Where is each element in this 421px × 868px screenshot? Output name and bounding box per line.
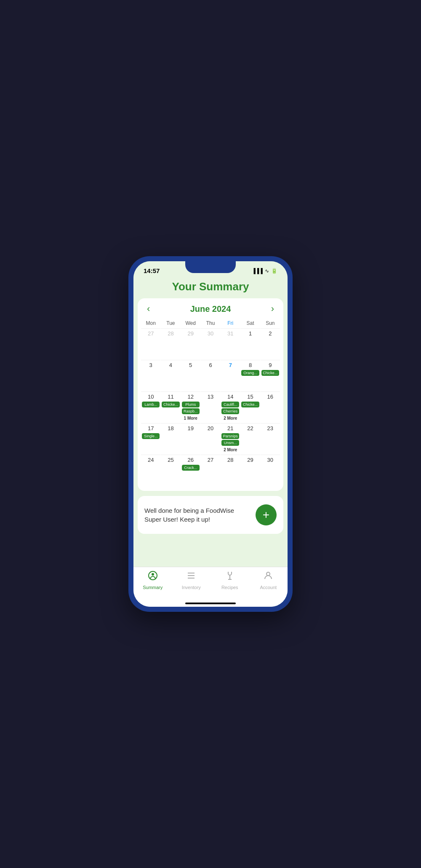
recipes-icon bbox=[225, 571, 235, 583]
cal-cell-28-may[interactable]: 28 bbox=[161, 328, 180, 359]
tag-15-chicke: Chicke... bbox=[241, 402, 259, 407]
calendar-card: ‹ June 2024 › Mon Tue Wed Thu Fri Sat Su… bbox=[138, 298, 283, 491]
day-header-wed: Wed bbox=[181, 319, 200, 328]
inventory-icon bbox=[186, 571, 196, 583]
tab-bar: Summary Inventory bbox=[133, 567, 288, 597]
cal-cell-27-jun[interactable]: 27 bbox=[201, 455, 220, 486]
tag-8-orang: Orang... bbox=[241, 370, 259, 376]
calendar-month-year: June 2024 bbox=[190, 304, 231, 314]
summary-icon bbox=[148, 571, 158, 583]
battery-icon: 🔋 bbox=[271, 268, 277, 274]
tab-account[interactable]: Account bbox=[249, 571, 288, 590]
cal-cell-9-jun[interactable]: 9 Chicke... bbox=[261, 360, 280, 391]
cal-cell-23-jun[interactable]: 23 bbox=[261, 423, 280, 454]
account-icon bbox=[263, 571, 273, 583]
svg-point-1 bbox=[152, 573, 154, 576]
cal-cell-12-jun[interactable]: 12 Plums Raspb... 1 More bbox=[181, 391, 200, 423]
cal-cell-30-may[interactable]: 30 bbox=[201, 328, 220, 359]
status-icons: ▐▐▐ ∿ 🔋 bbox=[252, 268, 277, 274]
tag-12-raspb: Raspb... bbox=[182, 408, 200, 414]
cal-cell-13-jun[interactable]: 13 bbox=[201, 391, 220, 423]
cal-cell-18-jun[interactable]: 18 bbox=[161, 423, 180, 454]
cal-cell-22-jun[interactable]: 22 bbox=[240, 423, 260, 454]
calendar-grid: Mon Tue Wed Thu Fri Sat Sun 27 28 29 30 … bbox=[141, 319, 280, 486]
page-title: Your Summary bbox=[133, 277, 288, 298]
cal-cell-14-jun[interactable]: 14 Caulifl... Cherries 2 More bbox=[221, 391, 240, 423]
cal-cell-5-jun[interactable]: 5 bbox=[181, 360, 200, 391]
cal-cell-17-jun[interactable]: 17 Single... bbox=[141, 423, 160, 454]
cal-cell-29-may[interactable]: 29 bbox=[181, 328, 200, 359]
tag-26-crack: Crack... bbox=[182, 465, 200, 471]
scroll-area: ‹ June 2024 › Mon Tue Wed Thu Fri Sat Su… bbox=[133, 298, 288, 567]
cal-cell-1-jun[interactable]: 1 bbox=[240, 328, 260, 359]
tab-inventory[interactable]: Inventory bbox=[172, 571, 211, 590]
svg-point-7 bbox=[266, 572, 270, 576]
cal-cell-4-jun[interactable]: 4 bbox=[161, 360, 180, 391]
day-header-thu: Thu bbox=[201, 319, 220, 328]
cal-cell-8-jun[interactable]: 8 Orang... bbox=[240, 360, 260, 391]
prev-month-button[interactable]: ‹ bbox=[144, 303, 153, 314]
home-indicator bbox=[133, 597, 288, 607]
phone-frame: 14:57 ▐▐▐ ∿ 🔋 Your Summary ‹ June 2024 ›… bbox=[128, 256, 293, 612]
promo-text: Well done for being a FoodWise Super Use… bbox=[144, 506, 256, 524]
cal-cell-3-jun[interactable]: 3 bbox=[141, 360, 160, 391]
tag-14-cherries: Cherries bbox=[221, 408, 239, 414]
more-12[interactable]: 1 More bbox=[184, 416, 197, 421]
tab-recipes[interactable]: Recipes bbox=[210, 571, 249, 590]
day-header-mon: Mon bbox=[141, 319, 160, 328]
cal-cell-7-jun[interactable]: 7 bbox=[221, 360, 240, 391]
cal-cell-20-jun[interactable]: 20 bbox=[201, 423, 220, 454]
notch bbox=[185, 261, 236, 273]
day-header-sat: Sat bbox=[240, 319, 260, 328]
tag-17-single: Single... bbox=[142, 433, 160, 439]
cal-cell-11-jun[interactable]: 11 Chicke... bbox=[161, 391, 180, 423]
cal-cell-24-jun[interactable]: 24 bbox=[141, 455, 160, 486]
tag-11-chicke: Chicke... bbox=[162, 402, 179, 407]
status-time: 14:57 bbox=[144, 267, 160, 274]
cal-cell-30-jun[interactable]: 30 bbox=[261, 455, 280, 486]
more-21[interactable]: 2 More bbox=[224, 447, 237, 452]
promo-card: Well done for being a FoodWise Super Use… bbox=[138, 496, 283, 534]
tag-21-parsnips: Parsnips bbox=[221, 433, 239, 439]
next-month-button[interactable]: › bbox=[268, 303, 277, 314]
cal-cell-6-jun[interactable]: 6 bbox=[201, 360, 220, 391]
home-bar bbox=[185, 603, 236, 604]
cal-cell-29-jun[interactable]: 29 bbox=[240, 455, 260, 486]
tab-account-label: Account bbox=[260, 585, 277, 590]
cal-cell-26-jun[interactable]: 26 Crack... bbox=[181, 455, 200, 486]
day-header-sun: Sun bbox=[261, 319, 280, 328]
cal-cell-21-jun[interactable]: 21 Parsnips Unsm... 2 More bbox=[221, 423, 240, 454]
cal-cell-16-jun[interactable]: 16 bbox=[261, 391, 280, 423]
day-header-tue: Tue bbox=[161, 319, 180, 328]
cal-cell-25-jun[interactable]: 25 bbox=[161, 455, 180, 486]
tab-inventory-label: Inventory bbox=[182, 585, 201, 590]
tag-12-plums: Plums bbox=[182, 402, 200, 407]
cal-cell-28-jun[interactable]: 28 bbox=[221, 455, 240, 486]
signal-icon: ▐▐▐ bbox=[252, 268, 263, 274]
calendar-header: ‹ June 2024 › bbox=[141, 303, 280, 314]
wifi-icon: ∿ bbox=[265, 268, 269, 274]
cal-cell-10-jun[interactable]: 10 Lamb... bbox=[141, 391, 160, 423]
add-button[interactable]: + bbox=[256, 504, 277, 525]
tab-summary-label: Summary bbox=[143, 585, 163, 590]
tab-summary[interactable]: Summary bbox=[133, 571, 172, 590]
tag-9-chicke: Chicke... bbox=[261, 370, 279, 376]
tag-10-lamb: Lamb... bbox=[142, 402, 160, 407]
day-header-fri: Fri bbox=[221, 319, 240, 328]
tab-recipes-label: Recipes bbox=[221, 585, 238, 590]
tag-21-unsm: Unsm... bbox=[221, 440, 239, 446]
cal-cell-31-may[interactable]: 31 bbox=[221, 328, 240, 359]
more-14[interactable]: 2 More bbox=[224, 416, 237, 421]
cal-cell-27-may[interactable]: 27 bbox=[141, 328, 160, 359]
phone-screen: 14:57 ▐▐▐ ∿ 🔋 Your Summary ‹ June 2024 ›… bbox=[133, 261, 288, 607]
tag-14-caulifl: Caulifl... bbox=[221, 402, 239, 407]
cal-cell-2-jun[interactable]: 2 bbox=[261, 328, 280, 359]
cal-cell-19-jun[interactable]: 19 bbox=[181, 423, 200, 454]
cal-cell-15-jun[interactable]: 15 Chicke... bbox=[240, 391, 260, 423]
